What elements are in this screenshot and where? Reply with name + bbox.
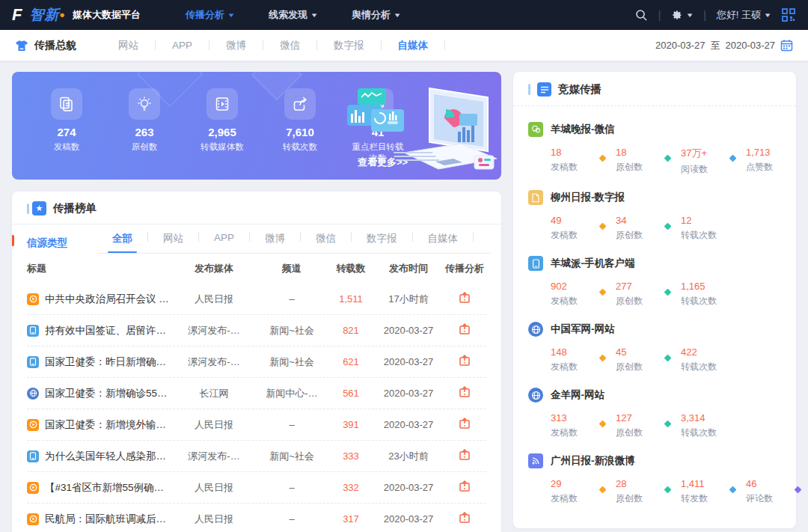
stat-value: 2,965 xyxy=(208,126,236,138)
competitor-name-row[interactable]: 柳州日报-数字报 xyxy=(528,190,781,205)
rank-tab-wechat[interactable]: 微信 xyxy=(301,232,351,253)
competitor-name: 金羊网-网站 xyxy=(551,388,605,402)
tab-overview[interactable]: 传播总貌 xyxy=(15,39,76,52)
stat-value: 7,610 xyxy=(286,126,314,138)
publish-media: 人民日报 xyxy=(172,481,256,495)
diamond-separator xyxy=(599,486,607,494)
user-menu[interactable]: 您好! 王硕▼ xyxy=(717,8,771,22)
rank-tab-self-media[interactable]: 自媒体 xyxy=(413,232,474,253)
date-from: 2020-03-27 xyxy=(655,40,706,51)
diamond-separator xyxy=(664,421,672,428)
table-row[interactable]: 民航局：国际航班调减后，每天… 人民日报 – 317 2020-03-27 xyxy=(27,504,486,532)
rank-tab-app[interactable]: APP xyxy=(199,232,249,251)
app-title: 媒体大数据平台 xyxy=(73,8,141,22)
spread-analysis-button[interactable] xyxy=(458,448,471,462)
diamond-separator xyxy=(664,289,672,296)
table-row[interactable]: 【#31省区市新增55例确诊病例 人民日报 – 332 2020-03-27 xyxy=(27,472,486,504)
tab-app[interactable]: APP xyxy=(156,40,209,51)
article-title[interactable]: 国家卫健委：新增确诊55例，其… xyxy=(45,387,172,400)
article-title[interactable]: 民航局：国际航班调减后，每天… xyxy=(45,513,172,526)
menu-clue-discovery[interactable]: 线索发现▼ xyxy=(269,8,317,22)
table-row[interactable]: 国家卫健委：昨日新增确诊55例… 漯河发布-… 新闻~社会 621 2020-0… xyxy=(27,346,486,378)
website-icon xyxy=(528,322,543,337)
divider: | xyxy=(703,9,706,21)
decorative-bar xyxy=(528,84,530,95)
stat-repost-count: 7,610 转载次数 xyxy=(271,88,329,164)
competitor-name-row[interactable]: 羊城派-手机客户端 xyxy=(528,256,781,271)
spread-analysis-button[interactable] xyxy=(458,417,471,430)
stat-posts: 274 发稿数 xyxy=(37,88,96,164)
rank-tab-weibo[interactable]: 微博 xyxy=(250,232,300,253)
competitor-name-row[interactable]: 中国军网-网站 xyxy=(528,322,781,337)
menu-sentiment-analysis[interactable]: 舆情分析▼ xyxy=(352,8,400,22)
ranking-table: 标题 发布媒体 频道 转载数 发布时间 传播分析 中共中央政治局召开会议 研究部… xyxy=(12,254,501,532)
tab-weibo[interactable]: 微博 xyxy=(209,39,263,52)
rank-tab-website[interactable]: 网站 xyxy=(148,232,198,253)
digital-paper-icon xyxy=(528,190,543,205)
publish-time: 23小时前 xyxy=(374,450,443,463)
spread-analysis-button[interactable] xyxy=(458,322,471,336)
article-title[interactable]: 国家卫健委：新增境外输入54例 … xyxy=(45,418,172,432)
chevron-down-icon: ▼ xyxy=(393,12,401,19)
rank-tab-all[interactable]: 全部 xyxy=(97,232,147,253)
video-icon xyxy=(27,419,39,431)
newspaper-icon xyxy=(537,82,551,97)
qr-code-icon[interactable] xyxy=(781,7,796,22)
settings-menu[interactable]: ▼ xyxy=(671,9,693,21)
competitor-name-row[interactable]: 金羊网-网站 xyxy=(528,388,781,403)
spread-analysis-button[interactable] xyxy=(458,291,471,305)
article-title[interactable]: 国家卫健委：昨日新增确诊55例… xyxy=(45,355,172,369)
tab-digital-paper[interactable]: 数字报 xyxy=(317,39,381,52)
spread-analysis-button[interactable] xyxy=(458,385,471,399)
article-title[interactable]: 【#31省区市新增55例确诊病例 xyxy=(45,481,172,495)
diamond-separator xyxy=(599,421,607,428)
diamond-separator xyxy=(795,486,802,494)
tab-self-media[interactable]: 自媒体 xyxy=(382,39,445,52)
tab-website[interactable]: 网站 xyxy=(102,39,155,52)
rank-tab-digital-paper[interactable]: 数字报 xyxy=(352,232,412,253)
video-book-icon xyxy=(206,88,238,120)
publish-media: 人民日报 xyxy=(172,513,256,526)
search-icon[interactable] xyxy=(634,8,648,22)
col-count: 转载数 xyxy=(328,262,374,275)
publish-media: 人民日报 xyxy=(172,418,256,432)
competitor-item: 羊城晚报-微信 18 发稿数 18 原创数 37万+ 阅读数 1,713 点赞数 xyxy=(528,112,781,180)
publish-time: 2020-03-27 xyxy=(374,356,443,367)
competitor-stat: 277 原创数 xyxy=(616,281,655,308)
competitor-stat: 37万+ 阅读数 xyxy=(681,147,720,176)
col-analysis: 传播分析 xyxy=(443,262,486,275)
date-range-picker[interactable]: 2020-03-27 至 2020-03-27 xyxy=(655,39,793,52)
stat-original: 263 原创数 xyxy=(115,88,174,164)
diamond-separator xyxy=(664,486,672,494)
competitor-stat: 1,713 点赞数 xyxy=(746,147,785,174)
table-row[interactable]: 国家卫健委：新增确诊55例，其… 长江网 新闻中心-… 561 2020-03-… xyxy=(27,378,486,409)
publish-time: 2020-03-27 xyxy=(374,325,443,336)
article-title[interactable]: 中共中央政治局召开会议 研究部署 xyxy=(45,293,172,306)
source-type-label[interactable]: 信源类型 xyxy=(27,236,67,250)
menu-spread-analysis[interactable]: 传播分析▼ xyxy=(186,8,234,22)
ranking-icon: ★ xyxy=(32,201,46,215)
table-row[interactable]: 国家卫健委：新增境外输入54例 … 人民日报 – 391 2020-03-27 xyxy=(27,409,486,441)
spread-analysis-button[interactable] xyxy=(458,354,471,367)
repost-count: 621 xyxy=(328,356,374,367)
competitor-stat: 3,314 转载次数 xyxy=(681,412,720,439)
competitor-item: 柳州日报-数字报 49 发稿数 34 原创数 12 转载次数 xyxy=(528,180,781,246)
spread-analysis-button[interactable] xyxy=(458,511,471,525)
publish-media: 漯河发布-… xyxy=(172,355,256,369)
competitor-name: 中国军网-网站 xyxy=(551,322,615,336)
spread-analysis-button[interactable] xyxy=(458,480,471,493)
competitor-name-row[interactable]: 羊城晚报-微信 xyxy=(528,122,781,137)
competitor-stat: 12 转载次数 xyxy=(681,215,720,242)
banner-illustration xyxy=(341,75,498,178)
table-row[interactable]: 中共中央政治局召开会议 研究部署 人民日报 – 1,511 17小时前 xyxy=(27,284,486,315)
article-title[interactable]: 为什么美国年轻人感染那么多？… xyxy=(45,450,172,463)
article-title[interactable]: 持有效中国签证、居留许可的外… xyxy=(45,324,172,337)
competitor-name-row[interactable]: 广州日报-新浪微博 xyxy=(528,453,781,468)
publish-time: 2020-03-27 xyxy=(374,419,443,430)
table-row[interactable]: 持有效中国签证、居留许可的外… 漯河发布-… 新闻~社会 821 2020-03… xyxy=(27,315,486,346)
tab-wechat[interactable]: 微信 xyxy=(263,39,316,52)
competitor-stat: 1,411 转发数 xyxy=(681,478,720,505)
table-row[interactable]: 为什么美国年轻人感染那么多？… 漯河发布-… 新闻~社会 333 23小时前 xyxy=(27,441,486,472)
app-icon xyxy=(528,256,543,271)
diamond-separator xyxy=(664,355,672,362)
